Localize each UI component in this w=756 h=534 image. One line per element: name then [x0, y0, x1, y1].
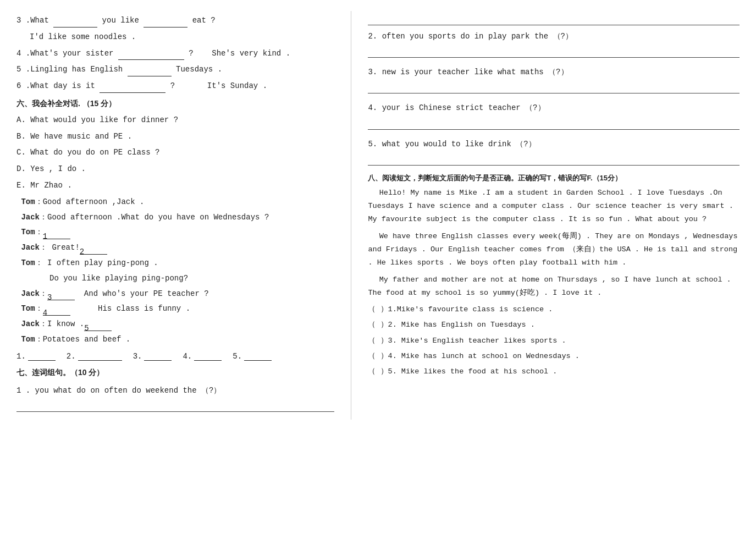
q6-blank[interactable]	[100, 84, 165, 93]
s7-q3-text: 3. new is your teacher like what maths （…	[368, 65, 740, 79]
s7-q1-text: 1 . you what do on often do weekend the …	[16, 384, 334, 398]
q3-line: 3 .What you like eat ?	[16, 14, 334, 27]
dialog-4: Jack： Great!2	[16, 241, 334, 255]
dialog-5a: Tom： I often play ping-pong .	[16, 257, 334, 270]
q4-line: 4 .What's your sister ? She's very kind …	[16, 47, 334, 60]
q5-blank[interactable]	[128, 68, 172, 76]
dialog-8: Jack：I know .5	[16, 318, 334, 331]
read-item4: （ ）4. Mike has lunch at school on Wednes…	[368, 350, 740, 363]
d1-name: Tom	[21, 197, 35, 206]
ans2-blank[interactable]	[78, 352, 122, 361]
s7-q2-topline[interactable]	[368, 15, 740, 25]
d4-name: Jack	[21, 243, 40, 252]
read-item3: （ ）3. Mike's English teacher likes sport…	[368, 334, 740, 348]
read-item1: （ ）1.Mike's favourite class is science .	[368, 303, 740, 316]
q3-blank2[interactable]	[144, 19, 187, 27]
q6-line: 6 .What day is it ? It's Sunday .	[16, 80, 334, 93]
d7-name: Tom	[21, 304, 35, 313]
s7-q5-section: 5. what you would to like drink （?）	[368, 137, 740, 166]
ans-4: 4.	[183, 352, 222, 361]
d2-name: Jack	[21, 213, 40, 222]
read-item5: （ ）5. Mike likes the food at his school …	[368, 365, 740, 378]
s7-q4-line[interactable]	[368, 120, 740, 130]
d9-name: Tom	[21, 335, 35, 344]
right-column: 2. often you sports do in play park the …	[351, 11, 740, 420]
dialog-7: Tom：4 His class is funny .	[16, 302, 334, 316]
s7-q2-section: 2. often you sports do in play park the …	[368, 15, 740, 58]
opt-a: A. What would you like for dinner ?	[16, 114, 334, 127]
dialog-9: Tom：Potatoes and beef .	[16, 333, 334, 346]
read-item2: （ ）2. Mike has English on Tuesdays .	[368, 318, 740, 332]
reading-para1: Hello! My name is Mike .I am a student i…	[368, 186, 740, 227]
s7-q1-line[interactable]	[16, 402, 334, 412]
d7-blank[interactable]: 4	[43, 307, 70, 316]
s7-q2-line[interactable]	[368, 48, 740, 58]
s7-q1-section: 1 . you what do on often do weekend the …	[16, 384, 334, 412]
q3-answer: I'd like some noodles .	[16, 31, 334, 44]
d3-name: Tom	[21, 228, 35, 236]
s7-q3-line[interactable]	[368, 84, 740, 93]
dialog-3: Tom：1	[16, 226, 334, 239]
sec7-title: 七、连词组句。（10 分）	[16, 366, 334, 379]
reading-para3: My father and mother are not at home on …	[368, 273, 740, 300]
opt-e: E. Mr Zhao .	[16, 179, 334, 192]
q4-blank[interactable]	[118, 51, 184, 60]
d4-blank[interactable]: 2	[80, 246, 107, 255]
opt-c: C. What do you do on PE class ?	[16, 146, 334, 159]
sec8-title: 八、阅读短文，判断短文后面的句子是否正确。正确的写T，错误的写F.（15分）	[368, 173, 740, 183]
q3-blank1[interactable]	[53, 19, 97, 27]
opt-b: B. We have music and PE .	[16, 130, 334, 144]
ans-2: 2.	[67, 352, 122, 361]
opt-d: D. Yes , I do .	[16, 163, 334, 176]
ans5-blank[interactable]	[244, 352, 272, 361]
s7-q3-section: 3. new is your teacher like what maths （…	[368, 65, 740, 93]
s7-q4-text: 4. your is Chinese strict teacher （?）	[368, 101, 740, 115]
ans-3: 3.	[133, 352, 172, 361]
ans4-blank[interactable]	[194, 352, 222, 361]
ans3-blank[interactable]	[144, 352, 172, 361]
ans1-blank[interactable]	[28, 352, 56, 361]
d8-name: Jack	[21, 320, 40, 328]
s7-q5-line[interactable]	[368, 156, 740, 166]
dialog-1: Tom：Good afternoon ,Jack .	[16, 196, 334, 209]
ans-1: 1.	[16, 352, 56, 361]
d8-blank[interactable]: 5	[84, 322, 112, 331]
d6-blank[interactable]: 3	[47, 291, 75, 300]
dialog-2: Jack：Good afternoon .What do you have on…	[16, 211, 334, 224]
sec6-title: 六、我会补全对话. （15 分）	[16, 97, 334, 111]
dialog-6: Jack：3 And who's your PE teacher ?	[16, 288, 334, 301]
left-column: 3 .What you like eat ? I'd like some noo…	[16, 11, 351, 420]
ans-5: 5.	[233, 352, 272, 361]
d6-name: Jack	[21, 289, 40, 298]
d5-name: Tom	[21, 258, 35, 267]
answer-numbers: 1. 2. 3. 4. 5.	[16, 352, 334, 361]
d3-blank[interactable]: 1	[43, 230, 70, 239]
dialog-5b: Do you like playing ping-pong?	[16, 272, 334, 285]
reading-para2: We have three English classes every week…	[368, 230, 740, 270]
s7-q5-text: 5. what you would to like drink （?）	[368, 137, 740, 151]
s7-q4-section: 4. your is Chinese strict teacher （?）	[368, 101, 740, 129]
q5-line: 5 .Lingling has English Tuesdays .	[16, 63, 334, 76]
s7-q2-text: 2. often you sports do in play park the …	[368, 30, 740, 43]
